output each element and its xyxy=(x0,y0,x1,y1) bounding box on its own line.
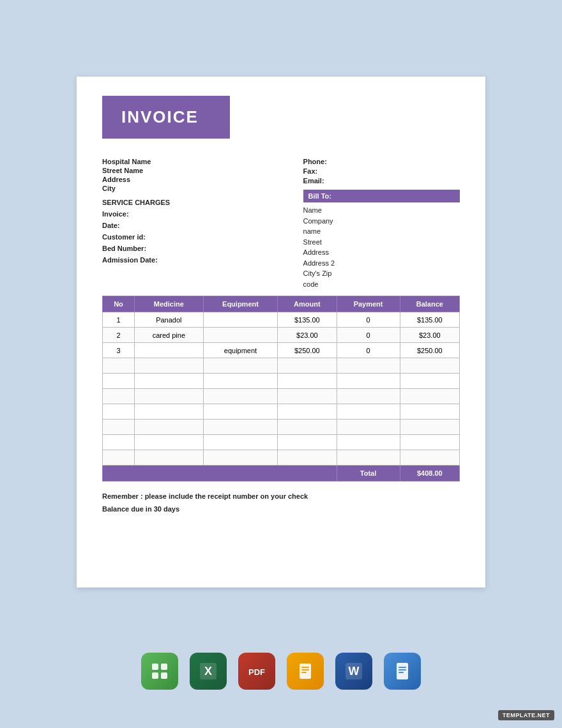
col-medicine: Medicine xyxy=(134,296,203,312)
invoice-table: No Medicine Equipment Amount Payment Bal… xyxy=(102,296,460,482)
svg-rect-1 xyxy=(161,664,167,670)
svg-text:W: W xyxy=(349,665,360,678)
svg-rect-16 xyxy=(399,672,404,673)
pages-icon[interactable] xyxy=(287,653,324,690)
svg-text:X: X xyxy=(204,665,212,678)
invoice-title: INVOICE xyxy=(121,107,199,126)
app-icons-bar: X PDF W xyxy=(141,653,421,690)
fax-field: Fax: xyxy=(303,167,460,175)
note-1: Remember : please include the receipt nu… xyxy=(102,490,460,503)
svg-rect-10 xyxy=(301,672,307,673)
bed-number-field: Bed Number: xyxy=(102,245,291,252)
note-2: Balance due in 30 days xyxy=(102,503,460,516)
footer-notes: Remember : please include the receipt nu… xyxy=(102,490,460,516)
email-field: Email: xyxy=(303,177,460,185)
table-row: 2cared pine$23.000$23.00 xyxy=(103,328,460,343)
hospital-city: City xyxy=(102,185,291,192)
table-total-row: Total $408.00 xyxy=(103,466,460,482)
contact-bill-info: Phone: Fax: Email: Bill To: Name Company… xyxy=(303,158,460,289)
template-badge: TEMPLATE.NET xyxy=(498,710,554,720)
col-balance: Balance xyxy=(400,296,459,312)
table-row xyxy=(103,358,460,374)
table-row xyxy=(103,450,460,466)
bill-to-company2: name xyxy=(303,226,460,237)
svg-rect-3 xyxy=(161,672,167,679)
service-charges-label: SERVICE CHARGES xyxy=(102,199,291,206)
col-payment: Payment xyxy=(337,296,400,312)
invoice-document: INVOICE Hospital Name Street Name Addres… xyxy=(77,77,485,588)
info-section: Hospital Name Street Name Address City S… xyxy=(102,158,460,289)
svg-text:PDF: PDF xyxy=(248,667,265,677)
customer-id-field: Customer id: xyxy=(102,233,291,241)
table-row xyxy=(103,404,460,420)
total-label: Total xyxy=(337,466,400,482)
hospital-info: Hospital Name Street Name Address City S… xyxy=(102,158,291,289)
table-header-row: No Medicine Equipment Amount Payment Bal… xyxy=(103,296,460,312)
col-amount: Amount xyxy=(278,296,337,312)
svg-rect-9 xyxy=(301,669,309,671)
table-row xyxy=(103,389,460,404)
svg-rect-7 xyxy=(300,664,311,679)
table-row xyxy=(103,374,460,389)
excel-icon[interactable]: X xyxy=(190,653,227,690)
bill-to-code: code xyxy=(303,279,460,290)
bill-to-content: Name Company name Street Address Address… xyxy=(303,205,460,289)
bill-to-address: Address xyxy=(303,247,460,258)
bill-to-cityzip: City's Zip xyxy=(303,268,460,279)
svg-rect-15 xyxy=(399,669,406,671)
col-no: No xyxy=(103,296,135,312)
svg-rect-8 xyxy=(301,667,309,668)
bill-to-name: Name xyxy=(303,205,460,216)
docs-icon[interactable] xyxy=(384,653,421,690)
table-row: 3equipment$250.000$250.00 xyxy=(103,343,460,358)
phone-field: Phone: xyxy=(303,158,460,165)
bill-to-address2: Address 2 xyxy=(303,258,460,269)
bill-to-street: Street xyxy=(303,237,460,248)
svg-rect-2 xyxy=(152,672,158,679)
invoice-field: Invoice: xyxy=(102,210,291,218)
word-icon[interactable]: W xyxy=(335,653,372,690)
svg-rect-0 xyxy=(152,664,158,670)
svg-rect-14 xyxy=(399,667,406,668)
pdf-icon[interactable]: PDF xyxy=(238,653,275,690)
col-equipment: Equipment xyxy=(203,296,277,312)
numbers-icon[interactable] xyxy=(141,653,178,690)
admission-date-field: Admission Date: xyxy=(102,256,291,264)
hospital-address: Address xyxy=(102,176,291,183)
hospital-name: Hospital Name xyxy=(102,158,291,165)
date-field: Date: xyxy=(102,222,291,229)
invoice-header: INVOICE xyxy=(102,96,230,139)
total-value: $408.00 xyxy=(400,466,459,482)
bill-to-company: Company xyxy=(303,216,460,227)
table-row: 1Panadol$135.000$135.00 xyxy=(103,312,460,328)
bill-to-header: Bill To: xyxy=(303,190,460,202)
svg-rect-13 xyxy=(397,663,408,679)
table-row xyxy=(103,435,460,450)
table-row xyxy=(103,420,460,435)
hospital-street: Street Name xyxy=(102,167,291,174)
